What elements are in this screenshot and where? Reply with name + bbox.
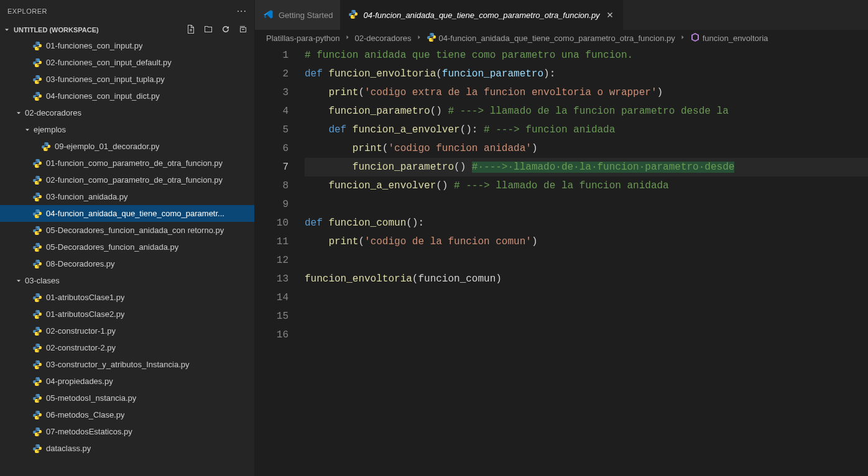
code-text-area[interactable]: # funcion anidada que tiene como paramet… xyxy=(305,46,868,476)
code-line[interactable] xyxy=(305,195,868,214)
code-line[interactable]: print('codigo de la funcion comun') xyxy=(305,232,868,251)
file-item[interactable]: 02-funciones_con_input_default.py xyxy=(0,54,254,71)
code-line[interactable]: funcion_parametro() #·--->·llamado·de·la… xyxy=(305,158,868,176)
file-item[interactable]: 05-metodosI_nstancia.py xyxy=(0,390,254,406)
python-icon xyxy=(348,9,358,21)
code-editor[interactable]: 12345678910111213141516 # funcion anidad… xyxy=(255,46,868,476)
file-item[interactable]: 01-funcion_como_parametro_de_otra_funcio… xyxy=(0,155,254,172)
code-line[interactable] xyxy=(305,251,868,270)
new-folder-icon[interactable] xyxy=(203,24,213,35)
line-number: 13 xyxy=(255,270,289,288)
python-icon xyxy=(32,293,42,303)
tree-item-label: dataclass.py xyxy=(46,444,91,453)
file-item[interactable]: 05-Decoradores_funcion_anidada.py xyxy=(0,239,254,255)
workspace-header[interactable]: UNTITLED (WORKSPACE) xyxy=(0,22,254,37)
code-line[interactable] xyxy=(305,326,868,344)
code-line[interactable]: def funcion_envoltoria(funcion_parametro… xyxy=(305,65,868,83)
file-item[interactable]: 02-constructor-1.py xyxy=(0,323,254,339)
code-line[interactable]: print('codigo extra de la funcion envolt… xyxy=(305,83,868,102)
file-item[interactable]: 03-funcion_anidada.py xyxy=(0,188,254,205)
new-file-icon[interactable] xyxy=(186,24,196,35)
python-icon xyxy=(32,259,42,269)
code-line[interactable]: print('codigo funcion anidada') xyxy=(305,139,868,158)
folder-item[interactable]: ejemplos xyxy=(0,121,254,138)
close-icon[interactable] xyxy=(605,10,615,20)
folder-item[interactable]: 02-decoradores xyxy=(0,104,254,121)
file-item[interactable]: 03-funciones_con_input_tupla.py xyxy=(0,71,254,88)
file-item[interactable]: 04-propiedades.py xyxy=(0,373,254,390)
python-icon xyxy=(32,360,42,370)
code-line[interactable]: def funcion_a_envolver(): # ---> funcion… xyxy=(305,121,868,139)
code-line[interactable]: funcion_a_envolver() # ---> llamado de l… xyxy=(305,176,868,195)
tree-item-label: 03-clases xyxy=(25,276,60,285)
breadcrumb-item[interactable]: 02-decoradores xyxy=(355,34,412,43)
code-line[interactable]: def funcion_comun(): xyxy=(305,214,868,232)
file-item[interactable]: 02-constructor-2.py xyxy=(0,339,254,356)
more-actions-icon[interactable]: ··· xyxy=(237,6,247,17)
tree-item-label: 03-funciones_con_input_tupla.py xyxy=(46,75,165,84)
line-number: 2 xyxy=(255,65,289,83)
chevron-right-icon xyxy=(344,34,351,43)
tree-item-label: 02-decoradores xyxy=(25,108,81,117)
file-item[interactable]: dataclass.py xyxy=(0,440,254,457)
vscode-icon xyxy=(262,9,274,22)
line-number: 4 xyxy=(255,102,289,121)
file-item[interactable]: 02-funcion_como_parametro_de_otra_funcio… xyxy=(0,172,254,188)
file-item[interactable]: 01-atributosClase1.py xyxy=(0,289,254,306)
breadcrumb-label: 04-funcion_anidada_que_tiene_como_parame… xyxy=(439,34,675,43)
tree-item-label: 02-funciones_con_input_default.py xyxy=(46,58,172,67)
file-item[interactable]: 03-constructor_y_atributos_Instancia.py xyxy=(0,356,254,373)
breadcrumb-item[interactable]: funcion_envoltoria xyxy=(690,32,769,44)
chevron-down-icon xyxy=(14,109,24,117)
explorer-header: EXPLORER ··· xyxy=(0,0,254,22)
line-number: 9 xyxy=(255,195,289,214)
breadcrumb-item[interactable]: Platillas-para-python xyxy=(266,34,340,43)
file-tree[interactable]: 01-funciones_con_input.py02-funciones_co… xyxy=(0,37,254,476)
line-number: 3 xyxy=(255,83,289,102)
tree-item-label: 06-metodos_Clase.py xyxy=(46,410,124,419)
file-item[interactable]: 05-Decoradores_funcion_anidada_con retor… xyxy=(0,222,254,239)
python-icon xyxy=(41,142,51,152)
line-number: 6 xyxy=(255,139,289,158)
tree-item-label: 05-Decoradores_funcion_anidada_con retor… xyxy=(46,226,224,235)
tree-item-label: 02-constructor-1.py xyxy=(46,326,116,336)
python-icon xyxy=(32,242,42,252)
breadcrumb-item[interactable]: 04-funcion_anidada_que_tiene_como_parame… xyxy=(427,32,675,44)
tree-item-label: 05-metodosI_nstancia.py xyxy=(46,393,136,403)
file-item[interactable]: 04-funciones_con_input_dict.py xyxy=(0,88,254,104)
tree-item-label: ejemplos xyxy=(34,125,66,134)
python-icon xyxy=(32,309,42,319)
python-icon xyxy=(32,444,42,454)
editor-tab[interactable]: 04-funcion_anidada_que_tiene_como_parame… xyxy=(341,0,622,30)
file-item[interactable]: 07-metodosEstaticos.py xyxy=(0,423,254,440)
file-item[interactable]: 08-Decoradores.py xyxy=(0,255,254,272)
folder-item[interactable]: 03-clases xyxy=(0,272,254,289)
code-line[interactable] xyxy=(305,307,868,326)
chevron-down-icon xyxy=(2,26,11,34)
breadcrumbs[interactable]: Platillas-para-python02-decoradores04-fu… xyxy=(255,30,868,46)
chevron-right-icon xyxy=(679,34,686,43)
file-item[interactable]: 06-metodos_Clase.py xyxy=(0,406,254,423)
code-line[interactable]: # funcion anidada que tiene como paramet… xyxy=(305,46,868,65)
file-item[interactable]: 01-atributosClase2.py xyxy=(0,306,254,323)
line-number: 12 xyxy=(255,251,289,270)
tree-item-label: 05-Decoradores_funcion_anidada.py xyxy=(46,242,178,252)
python-icon xyxy=(32,41,42,51)
tab-label: 04-funcion_anidada_que_tiene_como_parame… xyxy=(363,11,599,20)
code-line[interactable]: funcion_parametro() # ---> llamado de la… xyxy=(305,102,868,121)
collapse-all-icon[interactable] xyxy=(238,24,248,35)
python-icon xyxy=(32,410,42,420)
explorer-title: EXPLORER xyxy=(7,7,47,15)
file-item[interactable]: 01-funciones_con_input.py xyxy=(0,37,254,54)
file-item[interactable]: 04-funcion_anidada_que_tiene_como_parame… xyxy=(0,205,254,222)
tree-item-label: 03-constructor_y_atributos_Instancia.py xyxy=(46,360,190,369)
tree-item-label: 09-ejemplo_01_decorador.py xyxy=(55,142,159,151)
refresh-icon[interactable] xyxy=(221,24,231,35)
python-icon xyxy=(32,377,42,387)
line-number: 11 xyxy=(255,232,289,251)
file-item[interactable]: 09-ejemplo_01_decorador.py xyxy=(0,138,254,155)
code-line[interactable] xyxy=(305,288,868,307)
editor-tab[interactable]: Getting Started xyxy=(255,0,341,30)
code-line[interactable]: funcion_envoltoria(funcion_comun) xyxy=(305,270,868,288)
python-icon xyxy=(32,226,42,236)
